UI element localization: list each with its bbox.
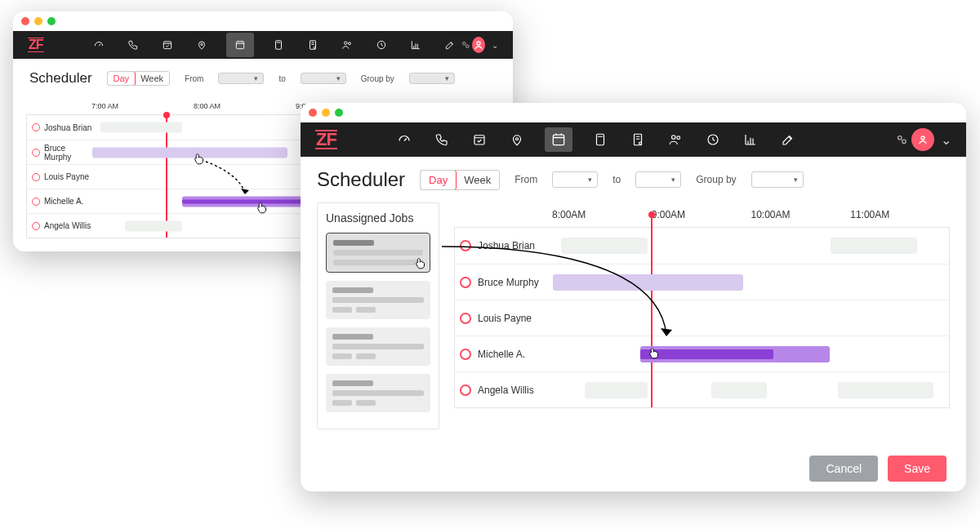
chart-icon[interactable] (406, 35, 425, 55)
svg-rect-13 (474, 136, 484, 144)
view-toggle[interactable]: Day Week (107, 71, 170, 86)
unassigned-card[interactable] (326, 327, 430, 366)
job-bar[interactable] (100, 122, 182, 133)
save-button[interactable]: Save (888, 456, 947, 482)
job-bar[interactable] (640, 346, 831, 362)
table-row: Louis Payne (455, 300, 949, 336)
calendar-icon[interactable] (226, 33, 254, 57)
svg-point-1 (200, 43, 202, 45)
window-controls (301, 103, 966, 122)
col-8am: 8:00 AM (194, 102, 296, 110)
calendar-icon[interactable] (545, 127, 572, 152)
page-subheader: Scheduler Day Week From to Group by (13, 59, 513, 98)
svg-rect-2 (236, 42, 243, 49)
edit-icon[interactable] (440, 35, 460, 55)
job-bar[interactable] (831, 238, 918, 254)
to-label: to (612, 174, 621, 185)
top-toolbar: ZF ⌄ (13, 31, 513, 59)
svg-point-20 (677, 136, 680, 140)
svg-rect-0 (163, 42, 171, 49)
phone-icon[interactable] (432, 130, 452, 149)
col-7am: 7:00 AM (91, 102, 194, 110)
footer: Cancel Save (301, 446, 966, 491)
close-dot[interactable] (21, 17, 29, 25)
invoice-icon[interactable] (303, 35, 323, 55)
gauge-icon[interactable] (394, 130, 414, 149)
calculator-icon[interactable] (269, 35, 288, 55)
unassigned-card[interactable] (326, 233, 430, 273)
view-toggle[interactable]: Day Week (420, 170, 500, 190)
svg-rect-3 (275, 41, 281, 50)
calculator-icon[interactable] (590, 130, 610, 149)
edit-icon[interactable] (778, 130, 798, 149)
view-week[interactable]: Week (135, 72, 169, 85)
app-logo: ZF (28, 38, 44, 51)
job-bar[interactable] (561, 238, 648, 254)
page-subheader: Scheduler Day Week From to Group by (301, 157, 966, 202)
top-toolbar: ZF ⌄ (301, 122, 966, 157)
avatar[interactable] (472, 37, 485, 53)
col-11am: 11:00AM (850, 209, 950, 220)
location-icon[interactable] (192, 35, 212, 55)
users-icon[interactable] (666, 130, 685, 149)
close-dot[interactable] (309, 109, 317, 117)
clock-icon[interactable] (372, 35, 391, 55)
max-dot[interactable] (47, 17, 56, 25)
calendar-check-icon[interactable] (158, 35, 177, 55)
unassigned-card[interactable] (326, 281, 430, 319)
job-bar[interactable] (125, 220, 182, 231)
job-bar[interactable] (92, 147, 287, 158)
gear-icon[interactable] (892, 130, 911, 149)
from-label: From (514, 174, 537, 185)
job-bar[interactable] (711, 382, 767, 398)
users-icon[interactable] (337, 35, 357, 55)
to-select[interactable] (635, 171, 681, 188)
svg-point-9 (463, 42, 466, 46)
chart-icon[interactable] (741, 130, 760, 149)
page-title: Scheduler (29, 70, 92, 87)
min-dot[interactable] (322, 109, 330, 117)
svg-point-24 (921, 136, 924, 140)
gear-icon[interactable] (460, 35, 472, 55)
table-row: Bruce Murphy (455, 264, 949, 300)
svg-point-5 (314, 47, 315, 48)
max-dot[interactable] (335, 109, 343, 117)
groupby-label: Group by (361, 74, 394, 83)
avatar[interactable] (911, 128, 934, 151)
col-9am: 9:00AM (652, 209, 751, 220)
table-row: Joshua Brian (455, 228, 949, 264)
groupby-label: Group by (696, 174, 736, 185)
min-dot[interactable] (34, 17, 42, 25)
location-icon[interactable] (507, 130, 527, 149)
chevron-down-icon[interactable]: ⌄ (492, 41, 498, 50)
groupby-select[interactable] (751, 171, 804, 188)
view-day[interactable]: Day (107, 71, 136, 86)
clock-icon[interactable] (703, 130, 723, 149)
svg-point-6 (344, 42, 347, 45)
view-day[interactable]: Day (420, 170, 457, 190)
col-8am: 8:00AM (552, 209, 652, 220)
view-week[interactable]: Week (456, 171, 499, 189)
from-select[interactable] (552, 171, 598, 188)
calendar-check-icon[interactable] (470, 130, 489, 149)
to-select[interactable] (301, 73, 346, 84)
chevron-down-icon[interactable]: ⌄ (941, 132, 951, 148)
job-bar[interactable] (838, 382, 933, 398)
phone-icon[interactable] (123, 35, 143, 55)
groupby-select[interactable] (409, 73, 455, 84)
window-controls (13, 11, 513, 31)
table-row: Michelle A. (455, 336, 949, 371)
gauge-icon[interactable] (89, 35, 109, 55)
job-bar[interactable] (553, 274, 743, 291)
svg-point-11 (477, 42, 480, 45)
job-bar[interactable] (585, 382, 648, 398)
cancel-button[interactable]: Cancel (809, 456, 878, 482)
from-select[interactable] (218, 73, 264, 84)
svg-point-19 (671, 136, 675, 140)
unassigned-card[interactable] (326, 374, 430, 412)
page-title: Scheduler (317, 168, 405, 191)
svg-rect-16 (596, 134, 604, 145)
schedule: 8:00AM 9:00AM 10:00AM 11:00AM Joshua Bri… (454, 202, 950, 429)
svg-rect-17 (634, 134, 641, 145)
invoice-icon[interactable] (628, 130, 648, 149)
